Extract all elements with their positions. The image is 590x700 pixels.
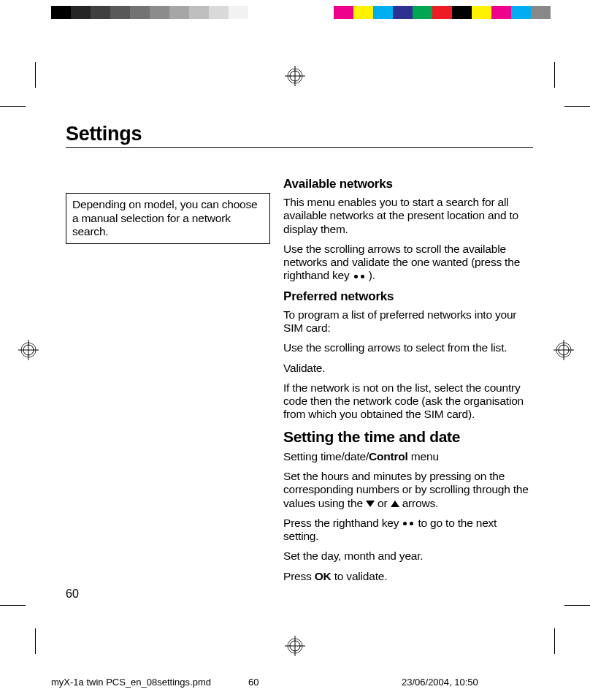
footer-page: 60	[248, 677, 402, 688]
page-content: Settings Depending on model, you can cho…	[66, 123, 533, 590]
body-text: Set the hours and minutes by pressing on…	[283, 470, 533, 510]
body-text-part: or	[375, 497, 391, 509]
body-text-part: to validate.	[332, 570, 388, 582]
color-swatch	[248, 6, 268, 19]
crop-mark	[35, 62, 36, 88]
body-text: Use the scrolling arrows to select from …	[283, 341, 533, 354]
body-text-part: arrows.	[399, 497, 439, 509]
color-swatch	[353, 6, 373, 19]
body-text-part: Use the scrolling arrows to scroll the a…	[283, 243, 520, 282]
color-swatch	[130, 6, 150, 19]
section-heading-preferred: Preferred networks	[283, 289, 533, 304]
body-text-part: ).	[366, 269, 375, 281]
footer-date: 23/06/2004, 10:50	[402, 677, 478, 688]
registration-mark-icon	[553, 340, 574, 360]
color-swatch	[452, 6, 472, 19]
color-swatch	[150, 6, 169, 19]
up-arrow-icon	[391, 501, 399, 507]
color-swatch	[393, 6, 413, 19]
registration-mark-icon	[285, 66, 305, 86]
main-column: Available networks This menu enables you…	[283, 177, 533, 590]
color-swatch	[189, 6, 209, 19]
color-swatch	[314, 6, 334, 19]
down-arrow-icon	[366, 501, 375, 507]
section-heading-available: Available networks	[283, 177, 533, 191]
crop-mark	[0, 106, 26, 107]
body-text-part: Press the righthand key	[283, 517, 402, 529]
crop-mark	[0, 605, 26, 606]
body-text: This menu enables you to start a search …	[283, 196, 533, 236]
color-swatch	[373, 6, 393, 19]
crop-mark	[554, 628, 555, 654]
sidebar-column: Depending on model, you can choose a man…	[66, 177, 270, 590]
body-text: To program a list of preferred networks …	[283, 308, 533, 335]
color-bar-process	[314, 6, 551, 19]
body-text: Set the day, month and year.	[283, 549, 533, 563]
color-swatch	[169, 6, 189, 19]
crop-mark	[35, 628, 36, 654]
color-bar-grayscale	[51, 6, 268, 19]
body-text-part: Setting time/date/	[283, 450, 369, 463]
sidebar-note: Depending on model, you can choose a man…	[66, 193, 270, 244]
body-text: Validate.	[283, 362, 533, 375]
crop-mark	[564, 605, 590, 606]
footer-filename: myX-1a twin PCS_en_08settings.pmd	[51, 677, 248, 688]
color-swatch	[91, 6, 110, 19]
section-heading-timedate: Setting the time and date	[283, 428, 533, 446]
color-swatch	[71, 6, 91, 19]
body-text: Press the righthand key to go to the nex…	[283, 517, 533, 544]
color-swatch	[334, 6, 353, 19]
body-text: Use the scrolling arrows to scroll the a…	[283, 243, 533, 283]
color-swatch	[413, 6, 432, 19]
color-swatch	[51, 6, 71, 19]
footer: myX-1a twin PCS_en_08settings.pmd 60 23/…	[51, 677, 540, 688]
page-title: Settings	[66, 123, 533, 148]
registration-mark-icon	[285, 636, 305, 656]
color-swatch	[472, 6, 491, 19]
two-dots-icon	[402, 517, 415, 529]
body-text: Press OK to validate.	[283, 570, 533, 583]
body-text-part: menu	[408, 450, 439, 463]
two-dots-icon	[353, 269, 366, 281]
bold-text: OK	[315, 570, 332, 582]
body-text: If the network is not on the list, selec…	[283, 381, 533, 422]
crop-mark	[564, 106, 590, 107]
bold-text: Control	[369, 450, 408, 463]
color-swatch	[491, 6, 511, 19]
body-text-part: Press	[283, 570, 315, 582]
page-number: 60	[66, 587, 79, 601]
color-swatch	[531, 6, 551, 19]
registration-mark-icon	[18, 340, 39, 360]
color-swatch	[432, 6, 452, 19]
crop-mark	[554, 62, 555, 88]
color-swatch	[229, 6, 248, 19]
color-swatch	[511, 6, 531, 19]
color-swatch	[110, 6, 130, 19]
body-text: Setting time/date/Control menu	[283, 450, 533, 463]
color-swatch	[209, 6, 229, 19]
